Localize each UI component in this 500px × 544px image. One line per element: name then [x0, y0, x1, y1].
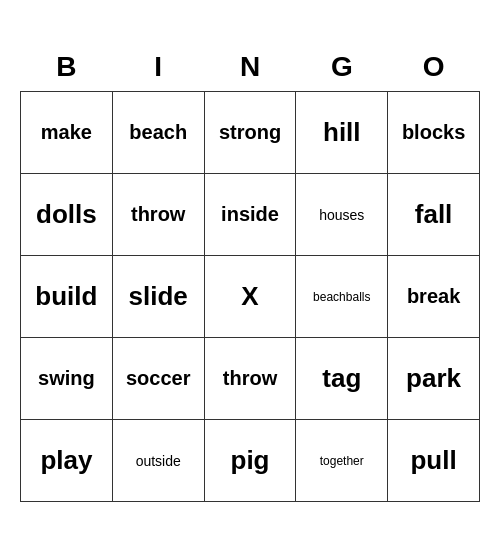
bingo-cell-4-0: play	[21, 420, 113, 502]
bingo-cell-1-1: throw	[112, 174, 204, 256]
bingo-cell-4-4: pull	[388, 420, 480, 502]
bingo-cell-2-4: break	[388, 256, 480, 338]
bingo-cell-0-3: hill	[296, 92, 388, 174]
bingo-cell-2-1: slide	[112, 256, 204, 338]
bingo-cell-2-3: beachballs	[296, 256, 388, 338]
bingo-cell-3-0: swing	[21, 338, 113, 420]
bingo-cell-4-2: pig	[204, 420, 296, 502]
bingo-header-B: B	[21, 42, 113, 92]
bingo-header-G: G	[296, 42, 388, 92]
bingo-header-I: I	[112, 42, 204, 92]
bingo-cell-2-0: build	[21, 256, 113, 338]
bingo-cell-3-3: tag	[296, 338, 388, 420]
bingo-row-1: dollsthrowinsidehousesfall	[21, 174, 480, 256]
bingo-cell-1-0: dolls	[21, 174, 113, 256]
bingo-header-O: O	[388, 42, 480, 92]
bingo-cell-4-3: together	[296, 420, 388, 502]
bingo-header-N: N	[204, 42, 296, 92]
bingo-row-2: buildslideXbeachballsbreak	[21, 256, 480, 338]
bingo-row-4: playoutsidepigtogetherpull	[21, 420, 480, 502]
bingo-cell-4-1: outside	[112, 420, 204, 502]
bingo-cell-0-4: blocks	[388, 92, 480, 174]
bingo-cell-3-1: soccer	[112, 338, 204, 420]
bingo-row-0: makebeachstronghillblocks	[21, 92, 480, 174]
bingo-cell-1-4: fall	[388, 174, 480, 256]
bingo-cell-3-2: throw	[204, 338, 296, 420]
bingo-card: BINGO makebeachstronghillblocksdollsthro…	[20, 42, 480, 503]
bingo-row-3: swingsoccerthrowtagpark	[21, 338, 480, 420]
bingo-cell-0-1: beach	[112, 92, 204, 174]
bingo-cell-1-3: houses	[296, 174, 388, 256]
bingo-cell-1-2: inside	[204, 174, 296, 256]
bingo-cell-2-2: X	[204, 256, 296, 338]
bingo-cell-3-4: park	[388, 338, 480, 420]
bingo-cell-0-2: strong	[204, 92, 296, 174]
bingo-cell-0-0: make	[21, 92, 113, 174]
